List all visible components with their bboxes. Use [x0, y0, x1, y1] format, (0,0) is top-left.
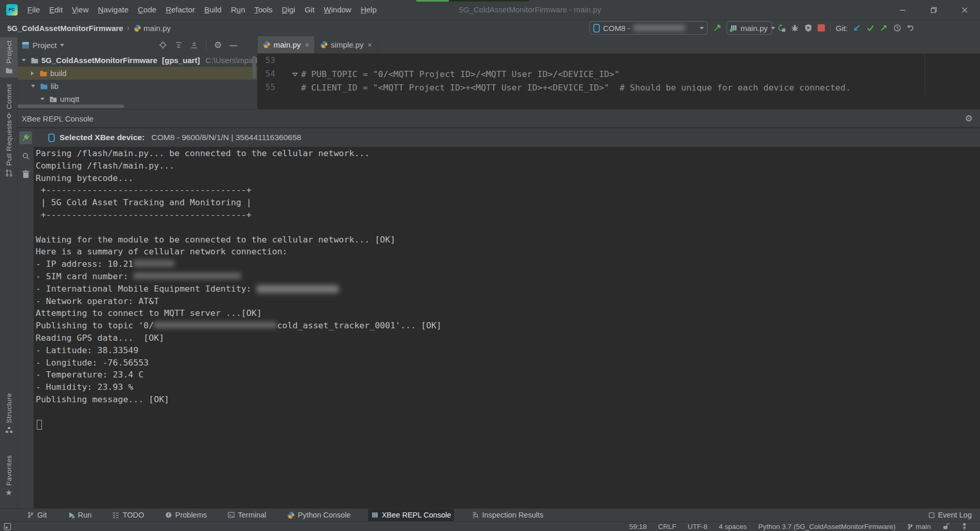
- menu-run[interactable]: Run: [226, 5, 250, 14]
- tool-button-pull-requests[interactable]: Pull Requests: [0, 120, 18, 177]
- git-commit-icon[interactable]: [866, 24, 875, 32]
- tree-item-project-root[interactable]: 5G_ColdAssetMonitorFirmware [gps_uart] C…: [18, 54, 257, 67]
- gear-icon[interactable]: ⚙: [214, 41, 222, 50]
- excluded-folder-icon: [39, 69, 48, 78]
- maximize-button[interactable]: [918, 0, 949, 20]
- menu-git[interactable]: Git: [300, 5, 319, 14]
- console-line: Running bytecode...: [36, 173, 980, 186]
- breadcrumb-file[interactable]: main.py: [133, 24, 171, 33]
- interpreter-indicator[interactable]: Python 3.7 (5G_ColdAssetMonitorFirmware): [758, 523, 896, 530]
- editor-line: 55# CLIENT_ID = "<MQTT Project ID>+<MQTT…: [258, 81, 980, 94]
- tool-window-quick-access-icon[interactable]: [4, 523, 11, 530]
- chevron-expanded-icon[interactable]: [40, 98, 44, 100]
- editor: main.py × simple.py × 5354# PUB_TOPIC = …: [257, 36, 980, 109]
- tab-main-py[interactable]: main.py ×: [258, 36, 315, 53]
- todo-icon: [112, 511, 119, 519]
- console-line: - Temperature: 23.4 C: [36, 370, 980, 382]
- profiler-button-icon[interactable]: [804, 24, 812, 32]
- run-config-selector[interactable]: main.py: [727, 21, 772, 35]
- chevron-down-icon[interactable]: [60, 44, 64, 47]
- stop-button-icon[interactable]: [818, 24, 825, 32]
- rerun-button-icon[interactable]: [777, 24, 786, 32]
- maximize-restore-icon: [930, 7, 937, 13]
- menu-digi[interactable]: Digi: [277, 5, 300, 14]
- horizontal-scrollbar[interactable]: [18, 104, 124, 108]
- search-button[interactable]: [19, 149, 32, 162]
- console-output[interactable]: Parsing /flash/main.py... be connected t…: [34, 147, 980, 508]
- line-number[interactable]: 54: [258, 69, 281, 79]
- git-branch-indicator[interactable]: main: [907, 523, 931, 530]
- code-area[interactable]: 5354# PUB_TOPIC = "0/<MQTT Project ID>/<…: [258, 54, 980, 94]
- debug-button-icon[interactable]: [791, 24, 799, 32]
- close-tab-icon[interactable]: ×: [368, 41, 372, 49]
- chevron-collapsed-icon[interactable]: [31, 71, 34, 75]
- git-history-icon[interactable]: [893, 24, 901, 32]
- tab-simple-py[interactable]: simple.py ×: [315, 36, 378, 53]
- package-folder-icon: [49, 95, 57, 103]
- collapse-all-icon[interactable]: [190, 41, 198, 49]
- close-tab-icon[interactable]: ×: [305, 41, 309, 49]
- console-line: Reading GPS data... [OK]: [36, 333, 980, 345]
- console-toolbar: [18, 128, 34, 508]
- gear-icon[interactable]: ⚙: [965, 114, 973, 123]
- menu-refactor[interactable]: Refactor: [161, 5, 200, 14]
- tree-item-lib[interactable]: lib: [18, 80, 257, 93]
- tree-item-umqtt[interactable]: umqtt: [18, 93, 257, 105]
- xbee-device-selector[interactable]: COM8 -: [590, 21, 707, 35]
- console-line: Compiling /flash/main.py...: [36, 161, 980, 173]
- git-push-icon[interactable]: [880, 24, 888, 32]
- minimize-button[interactable]: [887, 0, 918, 20]
- fold-marker-icon[interactable]: [281, 71, 301, 77]
- chevron-expanded-icon[interactable]: [22, 59, 26, 62]
- project-panel-actions: ⚙ —: [159, 40, 252, 50]
- line-number[interactable]: 53: [258, 56, 281, 65]
- menu-file[interactable]: File: [23, 5, 44, 14]
- toolwindow-run[interactable]: Run: [65, 509, 95, 522]
- lock-open-icon[interactable]: [942, 523, 949, 530]
- locate-file-icon[interactable]: [159, 41, 167, 49]
- line-number[interactable]: 55: [258, 83, 281, 92]
- minimize-icon: [899, 7, 906, 13]
- menu-window[interactable]: Window: [319, 5, 356, 14]
- git-update-icon[interactable]: [853, 24, 861, 32]
- event-log-button[interactable]: Event Log: [928, 511, 980, 519]
- build-hammer-icon[interactable]: [713, 24, 721, 33]
- vertical-scrollbar[interactable]: [252, 56, 256, 79]
- menu-build[interactable]: Build: [200, 5, 226, 14]
- toolwindow-terminal[interactable]: Terminal: [224, 509, 269, 522]
- menu-edit[interactable]: Edit: [44, 5, 67, 14]
- menu-tools[interactable]: Tools: [250, 5, 277, 14]
- close-button[interactable]: [949, 0, 980, 20]
- encoding-indicator[interactable]: UTF-8: [688, 523, 707, 530]
- git-rollback-icon[interactable]: [907, 24, 915, 32]
- caret-position[interactable]: 59:18: [629, 523, 647, 530]
- tool-button-commit[interactable]: Commit: [0, 84, 18, 120]
- project-panel-header: Project ⚙ —: [18, 36, 257, 54]
- tool-button-project[interactable]: Project: [0, 37, 18, 78]
- line-ending-indicator[interactable]: CRLF: [658, 523, 676, 530]
- menu-code[interactable]: Code: [133, 5, 161, 14]
- connect-button[interactable]: [19, 131, 32, 144]
- tree-item-build[interactable]: build: [18, 67, 257, 80]
- toolwindow-problems[interactable]: Problems: [162, 509, 210, 522]
- indent-indicator[interactable]: 4 spaces: [719, 523, 747, 530]
- breadcrumb: 5G_ColdAssetMonitorFirmware › main.py: [0, 23, 171, 33]
- project-panel-title[interactable]: Project: [33, 41, 57, 50]
- toolwindow-todo[interactable]: TODO: [109, 509, 147, 522]
- toolwindow-xbee-repl-console[interactable]: XBee REPL Console: [368, 509, 454, 522]
- chevron-expanded-icon[interactable]: [31, 85, 35, 87]
- code-text: # CLIENT_ID = "<MQTT Project ID>+<MQTT U…: [301, 83, 851, 93]
- menu-navigate[interactable]: Navigate: [93, 5, 133, 14]
- menu-help[interactable]: Help: [356, 5, 381, 14]
- toolwindow-git[interactable]: Git: [24, 509, 50, 522]
- toolwindow-inspection-results[interactable]: Inspection Results: [469, 509, 546, 522]
- notifications-icon[interactable]: [961, 523, 969, 530]
- breadcrumb-project[interactable]: 5G_ColdAssetMonitorFirmware: [7, 24, 123, 33]
- tool-button-favorites[interactable]: Favorites ★: [0, 455, 18, 496]
- hide-panel-icon[interactable]: —: [230, 41, 237, 50]
- menu-view[interactable]: View: [67, 5, 93, 14]
- expand-all-icon[interactable]: [175, 41, 183, 49]
- toolwindow-python-console[interactable]: Python Console: [284, 509, 354, 522]
- clear-console-button[interactable]: [19, 168, 32, 180]
- tool-button-structure[interactable]: Structure: [0, 393, 18, 434]
